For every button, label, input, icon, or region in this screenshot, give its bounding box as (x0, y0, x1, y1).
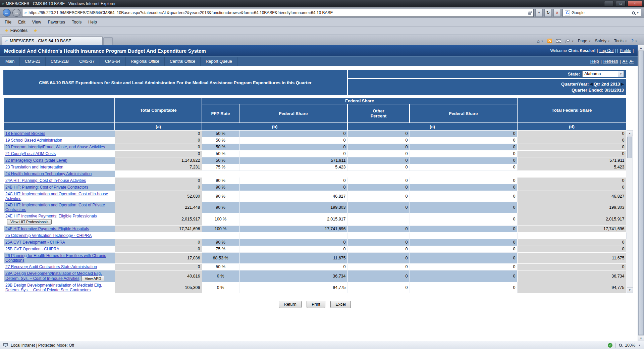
table-scroll-up-icon[interactable]: ▲ (627, 131, 633, 136)
quarter-ended: Quarter Ended: 3/31/2013 (350, 88, 624, 93)
row-link[interactable]: 26 Planning for Health Homes for Enrolle… (5, 253, 106, 263)
row-link[interactable]: 27 Recovery Audit Contractors State Admi… (5, 264, 97, 269)
row-action-button[interactable]: View HIT Professionals (7, 219, 52, 225)
row-link[interactable]: 24 Health Information Technology Adminis… (5, 171, 92, 176)
search-box[interactable]: G Google ▼ (562, 9, 641, 17)
cell-a: 1,143,822 (115, 157, 202, 164)
zoom-icon[interactable] (619, 344, 622, 347)
close-button[interactable]: × (628, 1, 642, 6)
cell-b: 0 (239, 239, 347, 246)
nav-tab-cms-37[interactable]: CMS-37 (74, 57, 100, 66)
read-mail-icon[interactable] (556, 39, 561, 43)
profile-link[interactable]: Profile (620, 48, 631, 53)
table-scrollbar[interactable]: ▲ ▼ (627, 130, 633, 293)
forward-button[interactable]: → (12, 9, 20, 17)
menu-tools[interactable]: Tools (72, 20, 82, 24)
row-link[interactable]: 23 Translation and Interpretation (5, 165, 63, 169)
search-icon[interactable] (632, 11, 635, 14)
row-link[interactable]: 24F HIT Incentive Payments: Eligible Hos… (5, 227, 89, 231)
previous-quarter-icon[interactable]: ◀ (590, 82, 592, 86)
font-increase-link[interactable]: A+ (623, 59, 628, 64)
print-page-button[interactable]: Print (307, 301, 325, 308)
row-action-button[interactable]: View APD (82, 276, 105, 281)
url-text[interactable]: https://65.220.21.9/MBESCBES/CMS64/CMS64… (29, 10, 526, 15)
menu-file[interactable]: File (5, 20, 11, 24)
zoom-level[interactable]: 100% (625, 343, 635, 348)
expenditure-table-body: 18 Enrollment Brokers050 %000019 School … (4, 130, 626, 293)
cell-d: 0 (517, 150, 626, 157)
excel-button[interactable]: Excel (330, 301, 351, 308)
nav-tab-central-office[interactable]: Central Office (165, 57, 201, 66)
state-select-arrow[interactable]: ▼ (618, 71, 624, 77)
favorites-button[interactable]: ★ Favorites (3, 28, 30, 34)
back-button[interactable]: ← (3, 9, 11, 17)
row-link[interactable]: 25A CVT Development - CHIPRA (5, 240, 65, 245)
main-nav: Main CMS-21 CMS-21B CMS-37 CMS-64 Region… (0, 56, 638, 66)
tab-favicon: e (5, 38, 7, 44)
zoom-caret[interactable]: ▼ (638, 344, 641, 346)
row-link[interactable]: 24A HIT: Planning: Cost of In-house Acti… (5, 178, 86, 183)
logout-link[interactable]: Log Out (599, 48, 614, 53)
help-menu[interactable]: ?▼ (631, 39, 637, 43)
maximize-button[interactable]: □ (616, 1, 626, 6)
page-scroll-down-icon[interactable]: ▼ (638, 335, 644, 341)
cell-a: 40,816 (115, 270, 202, 282)
row-link[interactable]: 20 Program Integrity/Fraud, Waste, and A… (5, 145, 105, 149)
nav-tab-regional-office[interactable]: Regional Office (126, 57, 165, 66)
return-button[interactable]: Return (279, 301, 302, 308)
home-button[interactable]: ⌂▼ (537, 38, 543, 44)
menu-favorites[interactable]: Favorites (48, 20, 65, 24)
nav-tab-cms-21b[interactable]: CMS-21B (46, 57, 74, 66)
row-link[interactable]: 28B Design Development/Installation of M… (5, 283, 102, 292)
help-link[interactable]: Help (590, 59, 599, 64)
font-decrease-link[interactable]: A- (630, 59, 634, 64)
row-link[interactable]: 24C HIT: Implementation and Operation: C… (5, 192, 108, 201)
row-link[interactable]: 21 County/Local ADM Costs (5, 151, 56, 156)
row-link[interactable]: 24D HIT: Implementation and Operation: C… (5, 203, 105, 212)
table-scroll-down-icon[interactable]: ▼ (627, 287, 633, 293)
add-favorite-icon[interactable]: ★ (34, 28, 38, 33)
stop-button[interactable]: × (553, 9, 561, 17)
cell-b: 0 (239, 137, 347, 144)
row-link[interactable]: 24B HIT: Planning: Cost of Private Contr… (5, 185, 88, 190)
page-scroll-thumb[interactable] (638, 51, 644, 335)
rss-feed-icon[interactable] (547, 39, 552, 43)
table-row: 19 School Based Administration050 %0000 (4, 137, 626, 144)
cell-ffp: 50 % (202, 263, 239, 270)
row-label-cell: 22 Interagency Costs (State Level) (4, 157, 115, 164)
print-button[interactable]: ▼ (565, 39, 574, 43)
state-select[interactable]: Alabama ▼ (582, 71, 624, 77)
cell-c: 0 (410, 164, 517, 170)
new-tab-stub[interactable] (103, 37, 113, 45)
browser-scrollbar[interactable]: ▲ ▼ (638, 45, 644, 341)
nav-tab-cms-64[interactable]: CMS-64 (100, 57, 126, 66)
tools-menu[interactable]: Tools▼ (614, 39, 627, 43)
menu-view[interactable]: View (32, 20, 41, 24)
row-link[interactable]: 19 School Based Administration (5, 138, 62, 143)
active-tab[interactable]: e MBES/CBES - CMS 64.10 BASE (2, 36, 103, 45)
refresh-link[interactable]: Refresh (603, 59, 618, 64)
table-scroll-thumb[interactable] (627, 137, 632, 158)
nav-tab-main[interactable]: Main (0, 57, 20, 66)
row-link[interactable]: 22 Interagency Costs (State Level) (5, 158, 67, 163)
row-link[interactable]: 25B CVT Operation - CHIPRA (5, 247, 59, 251)
cell-other: 0 (347, 184, 410, 191)
nav-tab-cms-21[interactable]: CMS-21 (20, 57, 46, 66)
refresh-button[interactable]: ↻ (544, 9, 552, 17)
search-options-caret[interactable]: ▼ (637, 12, 639, 14)
menu-help[interactable]: Help (88, 20, 97, 24)
page-scroll-up-icon[interactable]: ▲ (638, 45, 644, 51)
nav-tab-report-queue[interactable]: Report Queue (201, 57, 237, 66)
next-quarter-icon[interactable]: ▶ (621, 82, 624, 86)
menu-edit[interactable]: Edit (18, 20, 25, 24)
minimize-button[interactable]: – (604, 1, 614, 6)
row-link[interactable]: 24E HIT Incentive Payments: Eligible Pro… (5, 214, 97, 218)
safety-menu[interactable]: Safety▼ (595, 39, 610, 43)
row-link[interactable]: 25 Citizenship Verification Technology -… (5, 233, 92, 238)
url-dropdown-button[interactable]: ▼ (535, 9, 543, 17)
row-link[interactable]: 18 Enrollment Brokers (5, 131, 45, 136)
url-field[interactable]: e https://65.220.21.9/MBESCBES/CMS64/CMS… (22, 9, 534, 17)
search-input[interactable]: Google (572, 10, 630, 15)
page-menu[interactable]: Page▼ (578, 39, 591, 43)
quarter-value-link[interactable]: Qtr 2nd 2013 (594, 82, 620, 87)
